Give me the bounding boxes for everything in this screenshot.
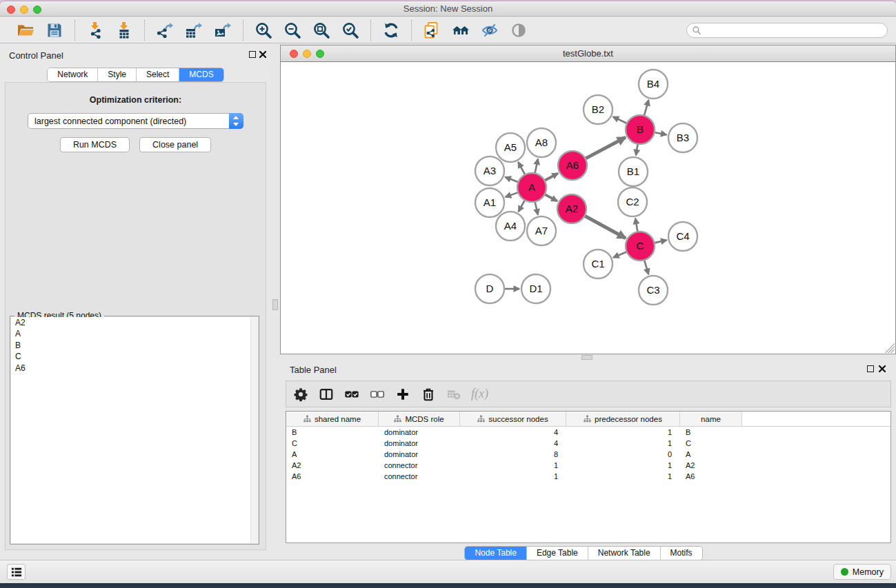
run-mcds-button[interactable]: Run MCDS [60, 137, 130, 152]
search-input[interactable] [686, 23, 888, 38]
toggle-columns-button[interactable] [318, 385, 335, 403]
tab-select[interactable]: Select [137, 68, 179, 81]
export-table-button[interactable] [182, 21, 206, 40]
column-header-MCDS-role[interactable]: MCDS role [379, 412, 460, 426]
graph-node-B[interactable]: B [626, 115, 655, 144]
export-image-button[interactable] [211, 21, 235, 40]
deselect-all-checkboxes-button[interactable] [369, 385, 386, 403]
zoom-out-button[interactable] [281, 21, 304, 40]
edge-C-C1[interactable] [613, 252, 627, 257]
edge-A-A8[interactable] [535, 159, 538, 173]
add-column-plus-button[interactable] [395, 385, 411, 403]
graph-node-B2[interactable]: B2 [584, 95, 613, 124]
tab-style[interactable]: Style [98, 68, 137, 81]
edge-C-C2[interactable] [635, 219, 637, 232]
close-table-panel-icon[interactable] [878, 365, 886, 373]
network-graph[interactable]: B4B2BB3A8A5A6A3B1AA1C2A2A4A7C4CC1C3DD1 [281, 62, 895, 354]
graph-node-C2[interactable]: C2 [618, 187, 647, 216]
tab-edge-table[interactable]: Edge Table [527, 547, 588, 560]
task-history-button[interactable] [7, 564, 26, 580]
horizontal-splitter-grip[interactable] [581, 355, 593, 360]
close-panel-icon[interactable] [259, 50, 267, 59]
edge-A2-C[interactable] [584, 216, 625, 238]
clone-network-button[interactable] [420, 21, 444, 40]
graph-node-B1[interactable]: B1 [619, 157, 648, 186]
graph-node-A5[interactable]: A5 [496, 133, 525, 162]
edge-A-A2[interactable] [545, 194, 557, 201]
column-header-successor-nodes[interactable]: successor nodes [460, 412, 566, 426]
tab-mcds[interactable]: MCDS [179, 68, 223, 81]
mcds-result-item[interactable]: B [11, 340, 258, 352]
edge-A-A6[interactable] [544, 173, 557, 181]
graph-node-C4[interactable]: C4 [668, 222, 697, 251]
column-header-name[interactable]: name [680, 412, 742, 426]
graph-node-A8[interactable]: A8 [527, 128, 556, 157]
table-row[interactable]: Adominator80A [286, 449, 890, 460]
optimization-criterion-dropdown[interactable]: largest connected component (directed) [28, 113, 243, 129]
hide-eye-button[interactable] [478, 21, 501, 40]
table-row[interactable]: A6connector11A6 [286, 471, 890, 482]
zoom-in-button[interactable] [252, 21, 275, 40]
graph-node-A4[interactable]: A4 [496, 212, 525, 241]
graph-node-B3[interactable]: B3 [668, 123, 697, 152]
refresh-button[interactable] [379, 21, 403, 40]
edge-A-A7[interactable] [535, 201, 538, 214]
graph-node-A6[interactable]: A6 [558, 151, 587, 180]
window-resize-grip[interactable] [885, 343, 895, 353]
graph-node-A1[interactable]: A1 [475, 188, 504, 217]
vertical-splitter-grip[interactable] [272, 299, 278, 310]
column-header-predecessor-nodes[interactable]: predecessor nodes [566, 412, 680, 426]
edge-A-A1[interactable] [506, 192, 519, 197]
home-button[interactable] [449, 21, 472, 40]
edge-A-A5[interactable] [518, 162, 525, 174]
edge-B-B2[interactable] [613, 116, 627, 123]
open-file-button[interactable] [14, 21, 37, 40]
result-list-scrollbar[interactable] [250, 317, 258, 543]
mcds-result-list[interactable]: A2ABCA6 [11, 317, 258, 543]
tab-motifs[interactable]: Motifs [661, 547, 702, 560]
export-network-button[interactable] [153, 21, 177, 40]
graph-node-A[interactable]: A [517, 173, 546, 202]
mcds-result-item[interactable]: A6 [11, 363, 258, 374]
edge-C-C3[interactable] [644, 260, 648, 274]
edge-A6-B[interactable] [586, 137, 626, 159]
delete-column-trash-button[interactable] [420, 385, 437, 403]
graph-node-B4[interactable]: B4 [639, 70, 668, 99]
close-panel-button[interactable]: Close panel [139, 137, 211, 152]
show-eye-button[interactable] [507, 21, 530, 40]
zoom-selected-button[interactable] [339, 21, 362, 40]
graph-node-C[interactable]: C [626, 232, 655, 261]
graph-node-D[interactable]: D [475, 274, 504, 303]
graph-node-D1[interactable]: D1 [521, 274, 550, 303]
save-session-button[interactable] [43, 21, 66, 40]
edge-C-C4[interactable] [654, 240, 666, 243]
column-header-shared-name[interactable]: shared name [286, 412, 379, 426]
network-canvas[interactable]: B4B2BB3A8A5A6A3B1AA1C2A2A4A7C4CC1C3DD1 [281, 62, 895, 354]
graph-node-A7[interactable]: A7 [527, 216, 556, 245]
mcds-result-item[interactable]: A2 [11, 317, 258, 329]
import-network-button[interactable] [83, 21, 107, 40]
select-all-checkboxes-button[interactable] [344, 385, 360, 403]
tab-network-table[interactable]: Network Table [588, 547, 661, 560]
graph-node-A3[interactable]: A3 [475, 156, 504, 185]
table-row[interactable]: Cdominator41C [286, 438, 890, 449]
memory-button[interactable]: Memory [833, 564, 891, 580]
edge-B-B4[interactable] [644, 100, 649, 116]
table-settings-gear-button[interactable] [292, 385, 309, 403]
mcds-result-item[interactable]: C [11, 352, 258, 363]
graph-node-A2[interactable]: A2 [557, 194, 586, 223]
float-panel-icon[interactable] [249, 51, 256, 58]
edge-A-A4[interactable] [519, 200, 525, 212]
graph-node-C3[interactable]: C3 [639, 276, 668, 305]
zoom-fit-button[interactable] [310, 21, 333, 40]
table-row[interactable]: Bdominator41B [286, 427, 890, 438]
edge-A-A3[interactable] [505, 177, 518, 183]
table-row[interactable]: A2connector11A2 [286, 460, 890, 471]
float-table-panel-icon[interactable] [867, 365, 874, 372]
import-table-button[interactable] [112, 21, 136, 40]
edge-B-B3[interactable] [655, 132, 667, 134]
tab-network[interactable]: Network [48, 68, 98, 81]
mcds-result-item[interactable]: A [11, 329, 258, 341]
tab-node-table[interactable]: Node Table [465, 547, 527, 560]
edge-B-B1[interactable] [636, 144, 638, 156]
